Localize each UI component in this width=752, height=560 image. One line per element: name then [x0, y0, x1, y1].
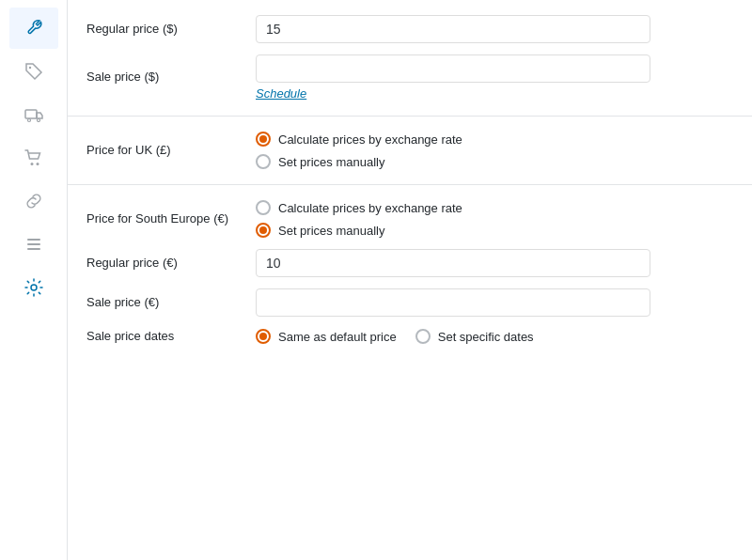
uk-radio-exchange[interactable] [256, 132, 271, 147]
se-option-exchange-label: Calculate prices by exchange rate [278, 201, 462, 215]
svg-point-0 [28, 67, 30, 69]
sidebar-item-list[interactable] [9, 224, 58, 265]
sidebar [0, 0, 68, 560]
uk-radio-group: Calculate prices by exchange rate Set pr… [256, 132, 650, 169]
se-dates-radio-group: Same as default price Set specific dates [256, 329, 650, 344]
regular-price-label: Regular price ($) [86, 21, 256, 38]
svg-rect-8 [27, 248, 40, 250]
gear-icon [24, 277, 44, 298]
se-sale-price-dates-row: Sale price dates Same as default price S… [86, 328, 733, 345]
uk-option-exchange-label: Calculate prices by exchange rate [278, 132, 462, 147]
sidebar-item-cart[interactable] [9, 137, 58, 179]
sale-price-input-wrapper: Schedule [256, 54, 650, 101]
se-dates-option-specific-label: Set specific dates [438, 330, 534, 344]
regular-price-input-wrapper [256, 15, 650, 43]
se-regular-price-label: Regular price (€) [86, 255, 256, 272]
main-content: Regular price ($) Sale price ($) Schedul… [68, 0, 752, 560]
south-europe-price-label: Price for South Europe (€) [86, 210, 256, 227]
se-radio-exchange[interactable] [256, 200, 271, 215]
se-sale-price-label: Sale price (€) [86, 294, 256, 311]
sidebar-item-tag[interactable] [9, 51, 58, 92]
wrench-icon [24, 18, 44, 39]
sidebar-item-wrench[interactable] [9, 8, 58, 49]
link-icon [24, 191, 44, 211]
svg-rect-7 [27, 243, 40, 245]
cart-icon [24, 148, 44, 168]
se-dates-option-default-label: Same as default price [278, 330, 397, 344]
sale-price-row: Sale price ($) Schedule [86, 54, 733, 101]
svg-point-4 [30, 163, 33, 165]
se-sale-price-dates-options: Same as default price Set specific dates [256, 329, 650, 344]
se-sale-price-row: Sale price (€) [86, 288, 733, 317]
list-icon [24, 234, 44, 255]
regular-price-row: Regular price ($) [86, 15, 733, 43]
uk-price-row: Price for UK (£) Calculate prices by exc… [86, 132, 733, 169]
south-europe-radio-group: Calculate prices by exchange rate Set pr… [256, 200, 650, 238]
schedule-link[interactable]: Schedule [256, 86, 306, 101]
uk-price-label: Price for UK (£) [86, 142, 256, 159]
sale-price-input[interactable] [256, 54, 650, 83]
uk-radio-manual[interactable] [256, 154, 271, 169]
south-europe-price-row: Price for South Europe (€) Calculate pri… [86, 200, 733, 238]
truck-icon [24, 104, 44, 125]
se-regular-price-input-wrapper [256, 249, 650, 277]
uk-option-manual-label: Set prices manually [278, 155, 384, 169]
se-sale-price-input[interactable] [256, 288, 650, 317]
se-radio-manual[interactable] [256, 223, 271, 238]
south-europe-price-section: Price for South Europe (€) Calculate pri… [68, 185, 752, 360]
se-sale-price-dates-label: Sale price dates [86, 328, 256, 345]
sidebar-item-link[interactable] [9, 180, 58, 222]
se-sale-price-input-wrapper [256, 288, 650, 317]
tag-icon [24, 61, 44, 82]
sidebar-item-gear[interactable] [9, 267, 58, 308]
uk-option-manual[interactable]: Set prices manually [256, 154, 650, 169]
se-dates-option-specific[interactable]: Set specific dates [415, 329, 534, 344]
uk-option-exchange[interactable]: Calculate prices by exchange rate [256, 132, 650, 147]
se-option-exchange[interactable]: Calculate prices by exchange rate [256, 200, 650, 215]
se-dates-radio-specific[interactable] [415, 329, 431, 344]
svg-point-2 [27, 119, 30, 122]
se-dates-option-default[interactable]: Same as default price [256, 329, 397, 344]
svg-point-5 [36, 163, 39, 165]
se-option-manual[interactable]: Set prices manually [256, 223, 650, 238]
default-price-section: Regular price ($) Sale price ($) Schedul… [68, 0, 752, 117]
regular-price-input[interactable] [256, 15, 650, 43]
se-regular-price-row: Regular price (€) [86, 249, 733, 277]
svg-rect-1 [25, 110, 37, 118]
south-europe-options: Calculate prices by exchange rate Set pr… [256, 200, 650, 238]
se-option-manual-label: Set prices manually [278, 224, 384, 238]
svg-point-3 [37, 119, 39, 122]
uk-price-options: Calculate prices by exchange rate Set pr… [256, 132, 650, 169]
sale-price-label: Sale price ($) [86, 69, 256, 86]
svg-point-9 [31, 285, 37, 290]
sidebar-item-truck[interactable] [9, 94, 58, 135]
uk-price-section: Price for UK (£) Calculate prices by exc… [68, 117, 752, 185]
svg-rect-6 [27, 239, 40, 241]
se-regular-price-input[interactable] [256, 249, 650, 277]
se-dates-radio-default[interactable] [256, 329, 271, 344]
